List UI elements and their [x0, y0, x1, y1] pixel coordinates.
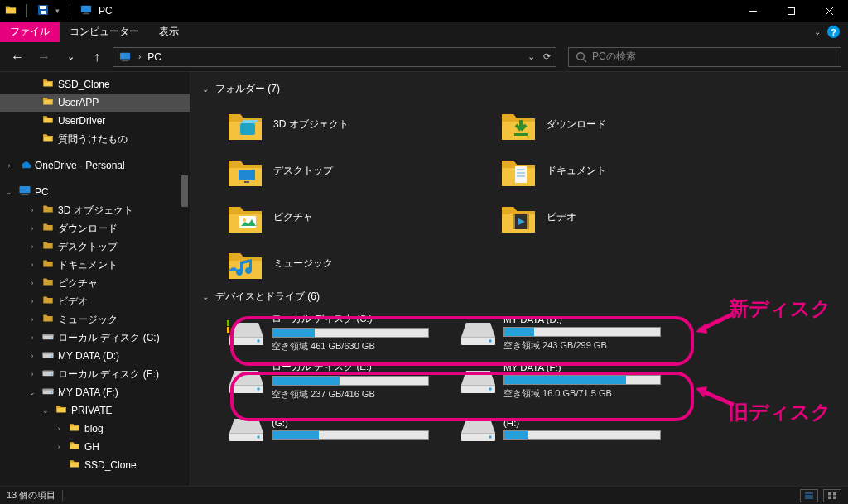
drive-tile-4[interactable]: (G:) — [227, 405, 442, 453]
sidebar-item-7[interactable]: ⌄PC — [0, 183, 190, 201]
sidebar-item-18[interactable]: ⌄MY DATA (F:) — [0, 383, 190, 401]
search-placeholder: PCの検索 — [592, 50, 636, 64]
tree-twisty-icon[interactable]: › — [26, 224, 38, 233]
drive-icon — [459, 368, 495, 393]
group-header-folders[interactable]: ⌄ フォルダー (7) — [202, 82, 848, 96]
folder-icon — [500, 155, 535, 186]
view-details-button[interactable] — [800, 489, 818, 502]
drive-tile-0[interactable]: ローカル ディスク (C:)空き領域 461 GB/630 GB — [227, 309, 442, 357]
close-button[interactable] — [810, 0, 848, 22]
address-bar[interactable]: › PC ⌄ ⟳ — [113, 47, 556, 67]
sidebar-item-8[interactable]: ›3D オブジェクト — [0, 201, 190, 219]
ribbon-collapse-icon[interactable]: ⌄ — [814, 27, 821, 36]
sidebar-item-22[interactable]: SSD_Clone — [0, 456, 190, 474]
tab-file[interactable]: ファイル — [0, 22, 60, 42]
sidebar-item-19[interactable]: ⌄PRIVATE — [0, 401, 190, 420]
search-icon — [576, 51, 587, 63]
svg-rect-19 — [514, 133, 528, 136]
drive-capacity-bar — [504, 327, 661, 337]
folder-tile-desktop[interactable]: デスクトップ — [227, 147, 442, 194]
sidebar-item-15[interactable]: ›ローカル ディスク (C:) — [0, 329, 190, 347]
group-header-drives[interactable]: ⌄ デバイスとドライブ (6) — [202, 290, 848, 304]
sidebar-item-13[interactable]: ›ビデオ — [0, 292, 190, 310]
sidebar-item-label: ローカル ディスク (E:) — [58, 367, 159, 382]
drive-tile-2[interactable]: ローカル ディスク (E:)空き領域 237 GB/416 GB — [227, 357, 442, 405]
sidebar-item-label: PC — [35, 186, 49, 198]
svg-rect-30 — [527, 214, 529, 229]
tree-twisty-icon[interactable]: › — [26, 206, 38, 214]
sidebar-item-10[interactable]: ›デスクトップ — [0, 238, 190, 256]
sidebar-item-20[interactable]: ›blog — [0, 420, 190, 438]
sidebar-item-14[interactable]: ›ミュージック — [0, 310, 190, 329]
sidebar-item-label: MY DATA (D:) — [58, 350, 119, 362]
sidebar-item-11[interactable]: ›ドキュメント — [0, 256, 190, 274]
tree-twisty-icon[interactable]: › — [26, 315, 38, 324]
drive-tile-3[interactable]: MY DATA (F:)空き領域 16.0 GB/71.5 GB — [459, 357, 674, 405]
tree-twisty-icon[interactable]: › — [26, 261, 38, 269]
search-box[interactable]: PCの検索 — [568, 47, 841, 67]
status-text: 13 個の項目 — [7, 489, 55, 502]
tree-sys-icon — [41, 258, 55, 271]
tree-twisty-icon[interactable]: › — [26, 279, 38, 287]
breadcrumb-pc[interactable]: PC — [147, 51, 161, 63]
tree-folder-icon — [68, 458, 81, 472]
tab-view[interactable]: 表示 — [149, 22, 189, 42]
folder-tile-pictures[interactable]: ピクチャ — [227, 194, 442, 240]
breadcrumb-sep-icon[interactable]: › — [137, 52, 142, 61]
nav-up-button[interactable]: ↑ — [86, 46, 108, 68]
separator — [26, 4, 27, 17]
sidebar-item-2[interactable]: UserDriver — [0, 112, 190, 130]
tree-twisty-icon[interactable]: › — [26, 297, 38, 305]
refresh-icon[interactable]: ⟳ — [543, 51, 551, 62]
drive-name: (G:) — [272, 418, 429, 428]
sidebar-item-17[interactable]: ›ローカル ディスク (E:) — [0, 365, 190, 383]
folder-tile-music[interactable]: ミュージック — [227, 240, 442, 286]
qat-dropdown-icon[interactable]: ▾ — [55, 7, 60, 15]
tree-twisty-icon[interactable]: › — [26, 352, 38, 360]
view-tiles-button[interactable] — [823, 489, 841, 502]
svg-rect-34 — [227, 327, 229, 333]
tree-drive-icon — [41, 386, 55, 399]
qat-save-icon[interactable] — [37, 4, 49, 18]
tree-twisty-icon[interactable]: › — [3, 161, 15, 170]
addr-dropdown-icon[interactable]: ⌄ — [528, 51, 535, 62]
svg-rect-38 — [828, 492, 831, 496]
minimize-button[interactable] — [734, 0, 772, 22]
sidebar-item-9[interactable]: ›ダウンロード — [0, 219, 190, 238]
folder-tile-document[interactable]: ドキュメント — [500, 147, 716, 194]
tree-twisty-icon[interactable]: › — [26, 370, 38, 378]
folder-tile-download[interactable]: ダウンロード — [500, 101, 716, 147]
folder-tile-3d[interactable]: 3D オブジェクト — [227, 101, 442, 147]
sidebar-scrollbar-thumb[interactable] — [181, 175, 188, 207]
ribbon: ファイル コンピューター 表示 ⌄ ? — [0, 22, 848, 42]
sidebar-item-0[interactable]: SSD_Clone — [0, 75, 190, 94]
tab-computer[interactable]: コンピューター — [60, 22, 149, 42]
folder-tile-videos[interactable]: ビデオ — [500, 194, 716, 240]
tree-twisty-icon[interactable]: ⌄ — [40, 406, 51, 415]
tree-twisty-icon[interactable]: ⌄ — [3, 188, 15, 196]
sidebar-item-12[interactable]: ›ピクチャ — [0, 274, 190, 292]
drive-tile-5[interactable]: (H:) — [459, 405, 674, 453]
tree-folder-icon — [41, 96, 55, 109]
sidebar-item-21[interactable]: ›GH — [0, 438, 190, 456]
sidebar-item-16[interactable]: ›MY DATA (D:) — [0, 347, 190, 365]
tree-sys-icon — [41, 295, 55, 308]
svg-rect-40 — [828, 496, 831, 499]
help-icon[interactable]: ? — [827, 26, 840, 38]
nav-forward-button[interactable]: → — [33, 46, 55, 68]
tree-twisty-icon[interactable]: › — [53, 443, 65, 451]
sidebar-item-3[interactable]: 質問うけたもの — [0, 130, 190, 148]
chevron-down-icon: ⌄ — [202, 84, 209, 94]
tree-twisty-icon[interactable]: › — [26, 334, 38, 342]
tree-twisty-icon[interactable]: ⌄ — [26, 388, 38, 396]
drive-free-space: 空き領域 16.0 GB/71.5 GB — [504, 387, 661, 400]
sidebar-item-1[interactable]: UserAPP — [0, 94, 190, 112]
drive-tile-1[interactable]: MY DATA (D:)空き領域 243 GB/299 GB — [459, 309, 674, 357]
tree-twisty-icon[interactable]: › — [26, 242, 38, 251]
nav-recent-dropdown[interactable]: ⌄ — [60, 46, 81, 68]
status-bar: 13 個の項目 — [0, 486, 848, 504]
sidebar-item-5[interactable]: ›OneDrive - Personal — [0, 156, 190, 175]
tree-twisty-icon[interactable]: › — [53, 425, 65, 433]
maximize-button[interactable] — [772, 0, 810, 22]
nav-back-button[interactable]: ← — [7, 46, 28, 68]
